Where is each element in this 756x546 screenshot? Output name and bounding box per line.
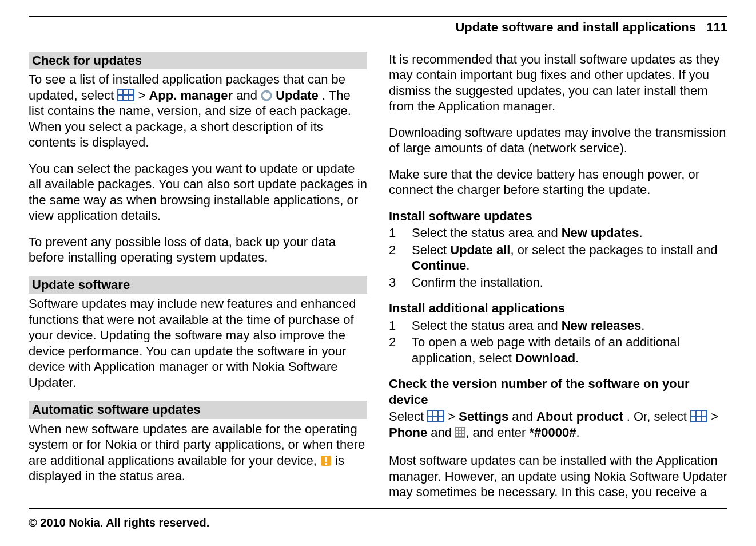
svg-rect-4: [118, 96, 122, 100]
text: and: [236, 88, 261, 102]
install-updates-steps: 1 Select the status area and New updates…: [389, 225, 727, 290]
menu-grid-icon: [117, 89, 134, 101]
install-additional-steps: 1 Select the status area and New release…: [389, 318, 727, 366]
svg-rect-20: [697, 411, 701, 416]
list-item: 3 Confirm the installation.: [389, 275, 727, 291]
check-version-body: Select > Settings and About product . Or…: [389, 409, 727, 440]
install-updates-heading: Install software updates: [389, 208, 727, 224]
svg-rect-30: [459, 431, 461, 433]
text: .: [575, 351, 579, 365]
svg-rect-16: [433, 417, 437, 421]
text: .: [466, 258, 469, 272]
svg-rect-2: [124, 90, 128, 94]
step-text: To open a web page with details of an ad…: [412, 334, 727, 366]
svg-rect-15: [428, 417, 432, 421]
right-p3: Make sure that the device battery has en…: [389, 167, 727, 198]
phone-label: Phone: [389, 425, 427, 440]
continue-label: Continue: [412, 258, 466, 272]
content-columns: Check for updates To see a list of insta…: [29, 52, 727, 500]
update-all-label: Update all: [450, 243, 510, 257]
right-p1: It is recommended that you install softw…: [389, 52, 727, 114]
step-number: 2: [389, 242, 399, 274]
refresh-icon: [261, 90, 272, 101]
text: Select the status area and: [412, 318, 562, 333]
step-number: 1: [389, 318, 399, 334]
step-number: 2: [389, 334, 399, 366]
step-text: Select the status area and New releases.: [412, 318, 644, 334]
step-number: 1: [389, 225, 399, 241]
text: When new software updates are available …: [29, 422, 365, 468]
header-title: Update software and install applications: [455, 20, 696, 34]
svg-rect-26: [456, 428, 458, 430]
list-item: 2 To open a web page with details of an …: [389, 334, 727, 366]
svg-rect-33: [459, 434, 461, 436]
svg-rect-14: [439, 411, 443, 416]
right-column: It is recommended that you install softw…: [389, 52, 727, 500]
svg-rect-23: [697, 417, 701, 421]
check-updates-p1: To see a list of installed application p…: [29, 72, 367, 151]
check-version-heading: Check the version number of the software…: [389, 376, 727, 407]
text: Select the status area and: [412, 225, 562, 240]
svg-rect-21: [702, 411, 706, 416]
settings-label: Settings: [459, 409, 508, 424]
list-item: 1 Select the status area and New updates…: [389, 225, 727, 241]
text: .: [641, 318, 644, 333]
check-updates-p2: You can select the packages you want to …: [29, 161, 367, 224]
svg-rect-5: [124, 96, 128, 100]
svg-rect-17: [439, 417, 443, 421]
svg-rect-27: [459, 428, 461, 430]
about-product-label: About product: [536, 409, 623, 424]
page-number: 111: [706, 20, 727, 34]
text: Select: [412, 243, 450, 257]
text: .: [639, 225, 642, 240]
text: and: [512, 409, 536, 424]
list-item: 1 Select the status area and New release…: [389, 318, 727, 334]
check-updates-p3: To prevent any possible loss of data, ba…: [29, 234, 367, 266]
install-additional-heading: Install additional applications: [389, 300, 727, 316]
text: >: [138, 88, 149, 102]
text: . Or, select: [627, 409, 690, 424]
new-updates-label: New updates: [562, 225, 639, 240]
step-text: Confirm the installation.: [412, 275, 543, 291]
text: , and enter: [465, 425, 529, 440]
text: , or select the packages to install and: [510, 243, 717, 257]
svg-rect-12: [428, 411, 432, 416]
right-p2: Downloading software updates may involve…: [389, 125, 727, 156]
list-item: 2 Select Update all, or select the packa…: [389, 242, 727, 274]
alert-icon: [320, 455, 332, 466]
download-label: Download: [515, 351, 575, 365]
new-releases-label: New releases: [562, 318, 641, 333]
text: >: [711, 409, 718, 424]
text: Select: [389, 409, 427, 424]
svg-rect-13: [433, 411, 437, 416]
left-column: Check for updates To see a list of insta…: [29, 52, 367, 500]
running-header: Update software and install applications…: [29, 19, 727, 35]
step-text: Select the status area and New updates.: [412, 225, 643, 241]
step-text: Select Update all, or select the package…: [412, 242, 727, 274]
svg-rect-22: [691, 417, 695, 421]
menu-grid-icon: [427, 410, 444, 422]
text: >: [448, 409, 459, 424]
svg-rect-31: [462, 431, 464, 433]
update-label: Update: [276, 88, 319, 102]
update-software-p1: Software updates may include new feature…: [29, 296, 367, 390]
copyright-footer: © 2010 Nokia. All rights reserved.: [29, 516, 209, 530]
svg-rect-29: [456, 431, 458, 433]
svg-rect-10: [325, 463, 327, 465]
svg-rect-19: [691, 411, 695, 416]
section-automatic-updates: Automatic software updates: [29, 401, 367, 419]
dial-code: *#0000#: [530, 425, 576, 440]
app-manager-label: App. manager: [149, 88, 233, 102]
text: and: [431, 425, 455, 440]
svg-rect-1: [118, 90, 122, 94]
svg-rect-24: [702, 417, 706, 421]
automatic-updates-p1: When new software updates are available …: [29, 421, 367, 484]
svg-rect-34: [462, 434, 464, 436]
svg-rect-28: [462, 428, 464, 430]
header-rule: [29, 16, 727, 17]
right-p4: Most software updates can be installed w…: [389, 453, 727, 500]
svg-rect-3: [129, 90, 133, 94]
keypad-icon: [455, 427, 465, 438]
text: .: [576, 425, 579, 440]
step-number: 3: [389, 275, 399, 291]
